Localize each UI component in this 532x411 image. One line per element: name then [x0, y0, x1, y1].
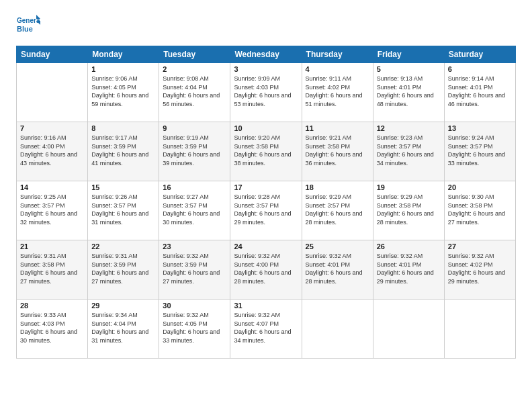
day-info: Sunrise: 9:31 AMSunset: 3:59 PMDaylight:… [91, 252, 155, 285]
day-number: 4 [306, 65, 369, 73]
calendar-cell [373, 300, 444, 359]
day-number: 18 [306, 183, 369, 191]
calendar-week-3: 14Sunrise: 9:25 AMSunset: 3:57 PMDayligh… [17, 181, 516, 240]
calendar-cell: 11Sunrise: 9:21 AMSunset: 3:58 PMDayligh… [302, 122, 373, 181]
calendar-cell: 28Sunrise: 9:33 AMSunset: 4:03 PMDayligh… [17, 300, 88, 359]
calendar-cell: 7Sunrise: 9:16 AMSunset: 4:00 PMDaylight… [17, 122, 88, 181]
calendar-cell: 15Sunrise: 9:26 AMSunset: 3:57 PMDayligh… [88, 181, 159, 240]
day-number: 11 [306, 124, 369, 132]
svg-text:Blue: Blue [17, 25, 33, 33]
calendar-cell: 31Sunrise: 9:32 AMSunset: 4:07 PMDayligh… [230, 300, 302, 359]
day-info: Sunrise: 9:29 AMSunset: 3:58 PMDaylight:… [377, 193, 441, 226]
calendar-cell: 30Sunrise: 9:32 AMSunset: 4:05 PMDayligh… [159, 300, 230, 359]
calendar-cell: 10Sunrise: 9:20 AMSunset: 3:58 PMDayligh… [230, 122, 302, 181]
day-number: 8 [91, 124, 155, 132]
day-number: 30 [163, 302, 226, 310]
day-number: 14 [20, 183, 84, 191]
day-header-monday: Monday [88, 46, 159, 63]
calendar-cell: 2Sunrise: 9:08 AMSunset: 4:04 PMDaylight… [159, 63, 230, 122]
day-number: 22 [91, 242, 155, 250]
day-info: Sunrise: 9:19 AMSunset: 3:59 PMDaylight:… [163, 134, 226, 167]
calendar-cell: 22Sunrise: 9:31 AMSunset: 3:59 PMDayligh… [88, 240, 159, 300]
day-info: Sunrise: 9:13 AMSunset: 4:01 PMDaylight:… [377, 75, 441, 108]
calendar-cell: 23Sunrise: 9:32 AMSunset: 3:59 PMDayligh… [159, 240, 230, 300]
day-info: Sunrise: 9:32 AMSunset: 4:02 PMDaylight:… [448, 252, 512, 285]
day-number: 19 [377, 183, 441, 191]
calendar-cell: 4Sunrise: 9:11 AMSunset: 4:02 PMDaylight… [302, 63, 373, 122]
day-info: Sunrise: 9:09 AMSunset: 4:03 PMDaylight:… [234, 75, 298, 108]
day-header-sunday: Sunday [17, 46, 88, 63]
day-header-tuesday: Tuesday [159, 46, 230, 63]
calendar-cell: 26Sunrise: 9:32 AMSunset: 4:01 PMDayligh… [373, 240, 444, 300]
day-number: 2 [163, 65, 226, 73]
day-number: 3 [234, 65, 298, 73]
calendar-cell: 17Sunrise: 9:28 AMSunset: 3:57 PMDayligh… [230, 181, 302, 240]
day-info: Sunrise: 9:28 AMSunset: 3:57 PMDaylight:… [234, 193, 298, 226]
day-info: Sunrise: 9:14 AMSunset: 4:01 PMDaylight:… [448, 75, 512, 108]
day-info: Sunrise: 9:21 AMSunset: 3:58 PMDaylight:… [306, 134, 369, 167]
day-info: Sunrise: 9:30 AMSunset: 3:58 PMDaylight:… [448, 193, 512, 226]
day-number: 27 [448, 242, 512, 250]
calendar-cell: 20Sunrise: 9:30 AMSunset: 3:58 PMDayligh… [444, 181, 515, 240]
calendar-cell: 21Sunrise: 9:31 AMSunset: 3:58 PMDayligh… [17, 240, 88, 300]
page: General Blue SundayMondayTuesdayWednesda… [0, 0, 532, 411]
day-info: Sunrise: 9:17 AMSunset: 3:59 PMDaylight:… [91, 134, 155, 167]
calendar-cell: 29Sunrise: 9:34 AMSunset: 4:04 PMDayligh… [88, 300, 159, 359]
day-info: Sunrise: 9:29 AMSunset: 3:57 PMDaylight:… [306, 193, 369, 226]
calendar-cell: 1Sunrise: 9:06 AMSunset: 4:05 PMDaylight… [88, 63, 159, 122]
calendar-cell [302, 300, 373, 359]
calendar-week-2: 7Sunrise: 9:16 AMSunset: 4:00 PMDaylight… [17, 122, 516, 181]
day-number: 5 [377, 65, 441, 73]
day-number: 15 [91, 183, 155, 191]
day-number: 13 [448, 124, 512, 132]
calendar-table: SundayMondayTuesdayWednesdayThursdayFrid… [16, 46, 516, 359]
calendar-cell: 18Sunrise: 9:29 AMSunset: 3:57 PMDayligh… [302, 181, 373, 240]
calendar-cell [444, 300, 515, 359]
calendar-cell: 19Sunrise: 9:29 AMSunset: 3:58 PMDayligh… [373, 181, 444, 240]
day-number: 28 [20, 302, 84, 310]
day-number: 24 [234, 242, 298, 250]
day-number: 21 [20, 242, 84, 250]
day-info: Sunrise: 9:24 AMSunset: 3:57 PMDaylight:… [448, 134, 512, 167]
calendar-cell [17, 63, 88, 122]
day-info: Sunrise: 9:33 AMSunset: 4:03 PMDaylight:… [20, 311, 84, 345]
day-header-friday: Friday [373, 46, 444, 63]
day-number: 31 [234, 302, 298, 310]
day-info: Sunrise: 9:32 AMSunset: 4:07 PMDaylight:… [234, 311, 298, 345]
calendar-cell: 13Sunrise: 9:24 AMSunset: 3:57 PMDayligh… [444, 122, 515, 181]
day-number: 20 [448, 183, 512, 191]
calendar-cell: 6Sunrise: 9:14 AMSunset: 4:01 PMDaylight… [444, 63, 515, 122]
day-number: 17 [234, 183, 298, 191]
day-info: Sunrise: 9:31 AMSunset: 3:58 PMDaylight:… [20, 252, 84, 285]
calendar-cell: 9Sunrise: 9:19 AMSunset: 3:59 PMDaylight… [159, 122, 230, 181]
day-info: Sunrise: 9:16 AMSunset: 4:00 PMDaylight:… [20, 134, 84, 167]
day-number: 29 [91, 302, 155, 310]
day-info: Sunrise: 9:06 AMSunset: 4:05 PMDaylight:… [91, 75, 155, 108]
day-info: Sunrise: 9:25 AMSunset: 3:57 PMDaylight:… [20, 193, 84, 226]
day-number: 12 [377, 124, 441, 132]
calendar-week-4: 21Sunrise: 9:31 AMSunset: 3:58 PMDayligh… [17, 240, 516, 300]
day-info: Sunrise: 9:32 AMSunset: 3:59 PMDaylight:… [163, 252, 226, 285]
day-number: 23 [163, 242, 226, 250]
header: General Blue [16, 13, 516, 38]
day-info: Sunrise: 9:20 AMSunset: 3:58 PMDaylight:… [234, 134, 298, 167]
day-info: Sunrise: 9:26 AMSunset: 3:57 PMDaylight:… [91, 193, 155, 226]
day-info: Sunrise: 9:34 AMSunset: 4:04 PMDaylight:… [91, 311, 155, 345]
day-number: 16 [163, 183, 226, 191]
logo: General Blue [16, 13, 40, 38]
day-info: Sunrise: 9:32 AMSunset: 4:00 PMDaylight:… [234, 252, 298, 285]
logo-svg: General Blue [16, 13, 40, 38]
day-info: Sunrise: 9:32 AMSunset: 4:01 PMDaylight:… [306, 252, 369, 285]
day-info: Sunrise: 9:27 AMSunset: 3:57 PMDaylight:… [163, 193, 226, 226]
day-number: 7 [20, 124, 84, 132]
day-number: 26 [377, 242, 441, 250]
day-header-wednesday: Wednesday [230, 46, 302, 63]
day-number: 9 [163, 124, 226, 132]
calendar-week-5: 28Sunrise: 9:33 AMSunset: 4:03 PMDayligh… [17, 300, 516, 359]
calendar-cell: 8Sunrise: 9:17 AMSunset: 3:59 PMDaylight… [88, 122, 159, 181]
calendar-cell: 24Sunrise: 9:32 AMSunset: 4:00 PMDayligh… [230, 240, 302, 300]
day-header-saturday: Saturday [444, 46, 515, 63]
calendar-cell: 16Sunrise: 9:27 AMSunset: 3:57 PMDayligh… [159, 181, 230, 240]
calendar-cell: 3Sunrise: 9:09 AMSunset: 4:03 PMDaylight… [230, 63, 302, 122]
day-number: 6 [448, 65, 512, 73]
